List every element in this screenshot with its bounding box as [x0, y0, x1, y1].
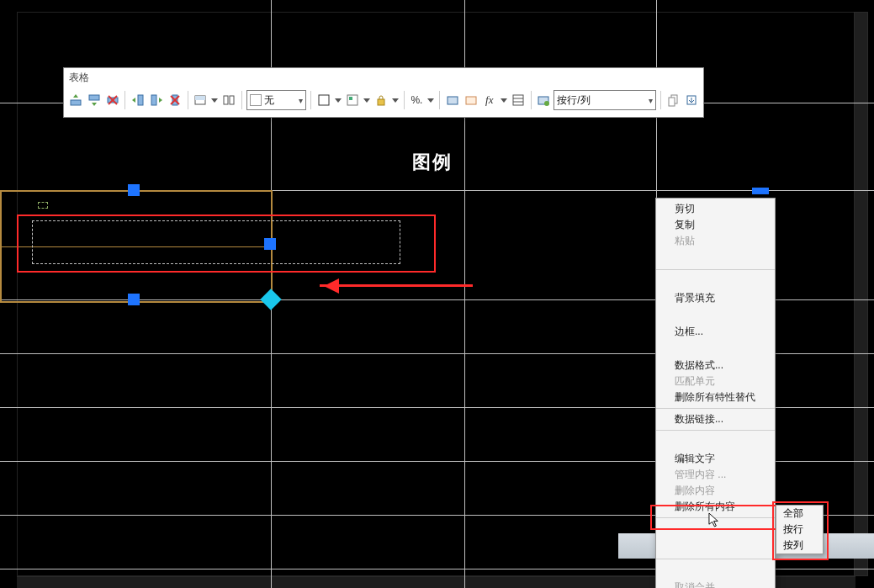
dropdown-caret-icon[interactable] [363, 90, 371, 110]
download-source-icon[interactable] [683, 90, 700, 110]
data-format-icon[interactable]: %. [409, 90, 426, 110]
toolbar-separator [404, 91, 405, 109]
dropdown-caret-icon[interactable] [334, 90, 342, 110]
dropdown-caret-icon[interactable] [391, 90, 400, 110]
toolbar-title: 表格 [64, 68, 703, 87]
svg-rect-1 [89, 95, 99, 100]
selection-grip[interactable] [128, 294, 140, 305]
insert-row-below-icon[interactable] [86, 90, 103, 110]
insert-col-right-icon[interactable] [148, 90, 165, 110]
datalink-icon[interactable] [665, 90, 681, 110]
cell-lock-icon[interactable] [373, 90, 389, 110]
dropdown-caret-icon[interactable] [210, 90, 219, 110]
vertical-scrollbar[interactable] [854, 12, 868, 576]
menu-item-matchcell: 匹配单元 [656, 373, 775, 389]
menu-item-cut[interactable]: 剪切 [656, 201, 775, 217]
column-grip[interactable] [752, 188, 769, 194]
svg-rect-20 [513, 95, 523, 105]
delete-row-icon[interactable] [104, 90, 121, 110]
menu-item-delcontent: 删除内容 [656, 483, 775, 499]
menu-item-paste: 粘贴 [656, 233, 775, 249]
insert-col-left-icon[interactable] [130, 90, 146, 110]
toolbar-separator [241, 91, 242, 109]
annotation-highlight [772, 501, 829, 560]
autocad-canvas[interactable]: 图例 表格 无 ▾ [0, 0, 874, 588]
formula-icon[interactable]: fx [481, 90, 498, 110]
svg-rect-19 [466, 97, 476, 104]
svg-rect-0 [71, 100, 81, 105]
fill-select[interactable]: 无 ▾ [246, 90, 306, 110]
field-insert-icon[interactable] [463, 90, 479, 110]
svg-rect-12 [224, 96, 228, 104]
menu-item-bgfill[interactable]: 背景填充 [656, 290, 775, 306]
svg-rect-11 [195, 96, 205, 100]
svg-rect-16 [349, 97, 352, 100]
merge-cells-icon[interactable] [193, 90, 209, 110]
annotation-highlight [650, 505, 779, 530]
svg-rect-6 [151, 95, 156, 105]
menu-item-unmerge: 取消合并 [656, 580, 775, 588]
block-insert-icon[interactable] [444, 90, 461, 110]
dropdown-caret-icon[interactable] [500, 90, 508, 110]
table-toolbar-window[interactable]: 表格 无 ▾ %. [63, 67, 704, 118]
menu-item-datalink[interactable]: 数据链接... [656, 411, 775, 427]
toolbar-separator [439, 91, 440, 109]
toolbar-separator [660, 91, 661, 109]
insert-marker-icon [38, 202, 48, 209]
unmerge-cells-icon[interactable] [220, 90, 237, 110]
byrowcol-select[interactable]: 按行/列 ▾ [554, 90, 655, 110]
toolbar-separator [310, 91, 311, 109]
caret-down-icon: ▾ [299, 96, 303, 105]
toolbar-separator [124, 91, 125, 109]
menu-item-datafmt[interactable]: 数据格式... [656, 358, 775, 373]
svg-rect-18 [448, 97, 458, 104]
insert-row-above-icon[interactable] [67, 90, 84, 110]
svg-rect-5 [138, 95, 143, 105]
menu-item-border[interactable]: 边框... [656, 324, 775, 340]
svg-rect-17 [378, 99, 384, 105]
svg-rect-14 [319, 95, 329, 105]
svg-rect-13 [230, 96, 234, 104]
delete-col-icon[interactable] [167, 90, 183, 110]
toolbar-separator [531, 91, 532, 109]
svg-point-24 [544, 101, 549, 106]
menu-item-edittxt[interactable]: 编辑文字 [656, 451, 775, 467]
menu-item-mgmt: 管理内容 ... [656, 467, 775, 483]
legend-title: 图例 [412, 150, 453, 175]
fill-label: 无 [264, 93, 274, 108]
fill-swatch-icon [250, 94, 262, 106]
toolbar-separator [188, 91, 188, 109]
byrowcol-label: 按行/列 [557, 93, 590, 108]
caret-down-icon: ▾ [649, 96, 653, 105]
menu-item-rmov[interactable]: 删除所有特性替代 [656, 389, 775, 405]
dropdown-caret-icon[interactable] [426, 90, 435, 110]
toolbar-row: 无 ▾ %. fx 按行/列 ▾ [64, 87, 703, 114]
statusbar-strip [828, 535, 873, 557]
svg-rect-26 [669, 98, 675, 106]
cell-align-icon[interactable] [344, 90, 361, 110]
menu-item-copy[interactable]: 复制 [656, 217, 775, 233]
annotation-highlight [17, 215, 436, 273]
selection-grip[interactable] [128, 184, 140, 196]
annotation-arrow [320, 284, 473, 287]
cell-border-icon[interactable] [315, 90, 332, 110]
link-cell-icon[interactable] [535, 90, 552, 110]
manage-content-icon[interactable] [510, 90, 527, 110]
